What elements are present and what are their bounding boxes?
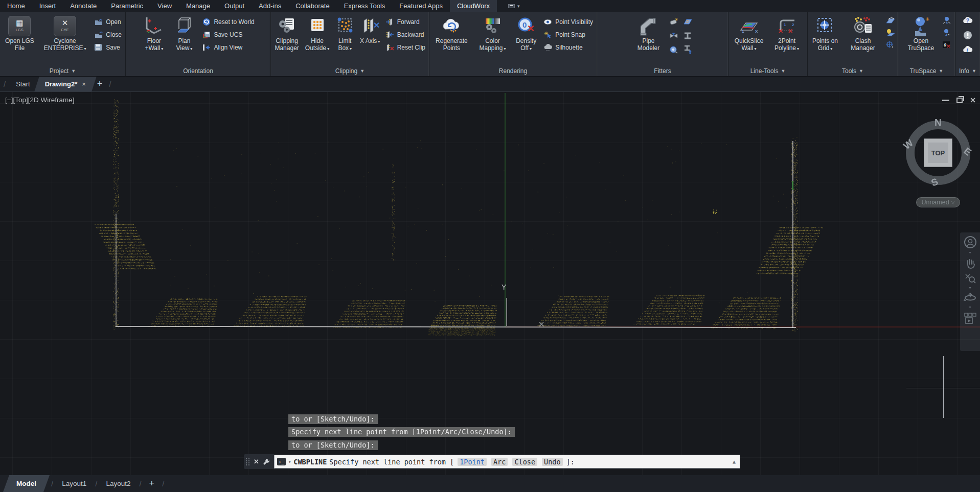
fit-steel-beam-button[interactable] (681, 30, 694, 42)
close-icon[interactable]: ✕ (254, 458, 259, 465)
chevron-down-icon[interactable]: ▾ (969, 251, 971, 254)
menu-tab-home[interactable]: Home (0, 0, 32, 12)
menu-tab-addins[interactable]: Add-ins (252, 0, 288, 12)
menu-tab-cloudworx[interactable]: CloudWorx (450, 0, 497, 12)
truspace-sync-view-button[interactable] (942, 16, 951, 27)
two-point-polyline-button[interactable]: ✕✕12 2Point Polyline▾ (769, 14, 805, 53)
navigation-wheel-icon[interactable] (964, 236, 977, 249)
new-layout-button[interactable]: + (145, 478, 159, 489)
tab-layout1[interactable]: Layout1 (57, 480, 92, 487)
clip-forward-button[interactable]: Forward (383, 15, 427, 28)
point-cloud-canvas[interactable] (0, 92, 980, 475)
tab-drawing2[interactable]: Drawing2* × (37, 77, 94, 91)
panel-label-orientation[interactable]: Orientation (126, 65, 270, 76)
menu-tab-express-tools[interactable]: Express Tools (337, 0, 393, 12)
panel-label-tools[interactable]: Tools▼ (808, 65, 898, 76)
drawing-viewport[interactable]: [−][Top][2D Wireframe] ✕ N W E S TOP Unn… (0, 92, 980, 475)
fit-flange-button[interactable] (668, 43, 680, 56)
pan-hand-icon[interactable] (964, 257, 976, 269)
project-save-button[interactable]: Save (92, 41, 124, 54)
open-lgs-file-button[interactable]: ▦LGS Open LGS File (2, 14, 38, 52)
menu-tab-output[interactable]: Output (217, 0, 252, 12)
fit-patch-button[interactable] (681, 16, 694, 28)
cyclone-enterprise-button[interactable]: ✕CYE Cyclone ENTERPRISE▾ (40, 14, 90, 53)
floor-wall-button[interactable]: Floor +Wall▾ (140, 14, 168, 53)
regenerate-points-button[interactable]: Regenerate Points (431, 14, 472, 52)
clipping-manager-button[interactable]: Clipping Manager (272, 14, 301, 52)
tab-start[interactable]: Start (9, 77, 36, 91)
named-view-dropdown[interactable]: Unnamed▽ (916, 197, 960, 207)
fit-valve-button[interactable] (668, 30, 680, 42)
panel-label-rendering[interactable]: Rendering (429, 65, 597, 76)
panel-label-line-tools[interactable]: Line-Tools▼ (728, 65, 807, 76)
truspace-view-visibility-button[interactable] (942, 29, 951, 39)
tool-fit-plane-button[interactable] (885, 16, 896, 27)
command-option-1point[interactable]: 1Point (458, 458, 487, 466)
point-visibility-button[interactable]: Point Visibility (541, 15, 595, 28)
viewcube-top-face[interactable]: TOP (924, 138, 952, 167)
density-off-button[interactable]: 0✕ Density Off▾ (513, 14, 539, 53)
truspace-density-off-button[interactable]: 0✕ (942, 41, 951, 51)
showmotion-icon[interactable] (964, 312, 977, 325)
command-history-expand-icon[interactable]: ▲ (733, 459, 736, 464)
points-on-grid-button[interactable]: Points on Grid▾ (810, 14, 840, 53)
hide-outside-button[interactable]: Hide Outside▾ (303, 14, 331, 53)
viewport-controls-label[interactable]: [−][Top][2D Wireframe] (5, 96, 74, 104)
menu-tab-view[interactable]: View (150, 0, 179, 12)
align-view-button[interactable]: Align View (200, 41, 256, 54)
limit-box-button[interactable]: Limit Box▾ (333, 14, 357, 53)
x-axis-clip-button[interactable]: ✕ X Axis▾ (359, 14, 381, 46)
info-icon[interactable]: i (963, 45, 973, 56)
menu-tab-featured-apps[interactable]: Featured Apps (392, 0, 450, 12)
clip-backward-button[interactable]: Backward (383, 28, 427, 41)
command-option-close[interactable]: Close (512, 458, 537, 466)
command-bar-drag-handle[interactable] (246, 458, 250, 465)
chevron-down-icon[interactable]: ▾ (288, 459, 291, 464)
reset-to-world-button[interactable]: Reset to World (200, 15, 256, 28)
fit-beam-length-button[interactable] (681, 43, 694, 56)
alert-icon[interactable] (963, 31, 972, 42)
quickslice-wall-button[interactable]: 1X QuickSlice Wall▾ (731, 14, 767, 53)
restore-icon[interactable] (956, 98, 963, 103)
panel-label-info[interactable]: Info▼ (955, 65, 980, 76)
menu-tab-manage[interactable]: Manage (179, 0, 217, 12)
tool-view-target-button[interactable] (885, 41, 896, 51)
color-mapping-button[interactable]: Color Mapping▾ (474, 14, 511, 53)
new-drawing-button[interactable]: + (94, 79, 106, 89)
silhouette-button[interactable]: Silhouette (541, 41, 595, 54)
pipe-modeler-button[interactable]: Pipe Modeler (632, 14, 666, 52)
viewcube-north[interactable]: N (935, 117, 942, 128)
menu-tab-insert[interactable]: Insert (32, 0, 63, 12)
chevron-down-icon[interactable]: ▾ (969, 287, 971, 290)
customize-wrench-icon[interactable] (263, 458, 270, 465)
close-icon[interactable]: × (82, 80, 86, 88)
ribbon-collapse-button[interactable]: ▾ (504, 0, 524, 12)
save-ucs-button[interactable]: Save UCS (200, 28, 256, 41)
panel-label-fitters[interactable]: Fitters (597, 65, 728, 76)
tool-best-fit-button[interactable] (885, 29, 896, 39)
open-truspace-button[interactable]: ✳ Open TruSpace (902, 14, 940, 52)
project-close-button[interactable]: Close (92, 28, 124, 41)
viewcube[interactable]: N W E S TOP (901, 116, 975, 191)
panel-label-project[interactable]: Project▼ (0, 65, 125, 76)
clash-manager-button[interactable]: Clash Manager (842, 14, 883, 52)
close-icon[interactable]: ✕ (970, 96, 976, 104)
chevron-down-icon[interactable]: ▾ (969, 306, 971, 309)
menu-tab-annotate[interactable]: Annotate (63, 0, 104, 12)
tab-model[interactable]: Model (6, 475, 47, 492)
menu-tab-collaborate[interactable]: Collaborate (288, 0, 337, 12)
help-icon[interactable]: ? (963, 16, 973, 27)
plan-view-button[interactable]: Plan View▾ (170, 14, 198, 53)
zoom-icon[interactable] (964, 272, 976, 284)
command-option-undo[interactable]: Undo (542, 458, 563, 466)
tab-layout2[interactable]: Layout2 (101, 480, 135, 487)
minimize-icon[interactable] (942, 100, 949, 101)
menu-tab-parametric[interactable]: Parametric (104, 0, 150, 12)
panel-label-truspace[interactable]: TruSpace▼ (898, 65, 955, 76)
fit-cylinder-button[interactable]: ✳ (668, 16, 680, 28)
orbit-icon[interactable] (964, 292, 977, 303)
reset-clip-button[interactable]: ✕ Reset Clip (383, 41, 427, 54)
panel-label-clipping[interactable]: Clipping▼ (271, 65, 429, 76)
command-input[interactable]: ›_ ▾ CWBPLINE Specify next line point fr… (274, 455, 740, 468)
command-option-arc[interactable]: Arc (491, 458, 508, 466)
